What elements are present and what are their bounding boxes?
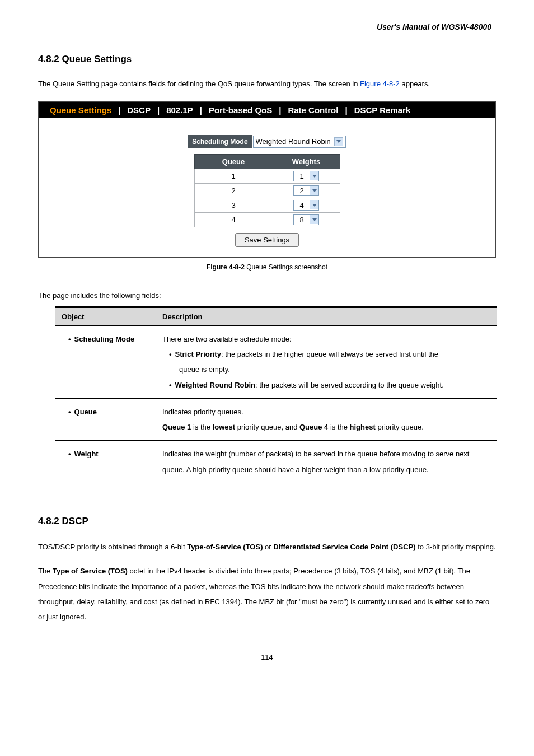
tab-separator: |: [117, 105, 121, 115]
tab-separator: |: [278, 105, 282, 115]
figure-caption: Figure 4-8-2 Queue Settings screenshot: [38, 263, 496, 271]
object-label: Queue: [74, 408, 97, 416]
object-label: Weight: [74, 450, 99, 458]
tab-dscp-remark[interactable]: DSCP Remark: [349, 104, 416, 116]
queue-header: Queue: [194, 154, 273, 169]
object-label: Scheduling Mode: [74, 335, 135, 343]
weights-header: Weights: [273, 154, 340, 169]
chevron-down-icon: [310, 171, 318, 180]
scheduling-mode-select[interactable]: Weighted Round Robin: [253, 136, 346, 148]
weight-select[interactable]: 1: [293, 171, 319, 181]
queue-cell: 4: [194, 212, 273, 227]
table-row: Scheduling Mode There are two available …: [55, 325, 497, 398]
save-settings-button[interactable]: Save Settings: [235, 233, 299, 247]
scheduling-mode-value: Weighted Round Robin: [256, 137, 331, 146]
queue-cell: 1: [194, 169, 273, 183]
table-row: Weight Indicates the weight (number of p…: [55, 441, 497, 484]
dscp-para1: TOS/DSCP priority is obtained through a …: [38, 539, 496, 554]
description-header: Description: [156, 307, 497, 325]
description-cell: Indicates priority queues. Queue 1 is th…: [156, 398, 497, 441]
tab-queue-settings[interactable]: Queue Settings: [44, 104, 117, 116]
chevron-down-icon: [334, 137, 343, 146]
weight-select[interactable]: 8: [293, 214, 319, 225]
section-title: Queue Settings: [62, 54, 132, 64]
chevron-down-icon: [310, 186, 318, 195]
table-row: 1 1: [194, 169, 340, 183]
manual-title: User's Manual of WGSW-48000: [38, 22, 496, 31]
figure-link: Figure 4-8-2: [360, 80, 400, 88]
weight-value: 4: [294, 200, 310, 210]
table-row: 3 4: [194, 198, 340, 212]
chevron-down-icon: [310, 215, 318, 224]
dscp-para2: The Type of Service (TOS) octet in the I…: [38, 563, 496, 624]
tab-bar: Queue Settings | DSCP | 802.1P | Port-ba…: [39, 102, 495, 118]
tab-dscp[interactable]: DSCP: [121, 104, 156, 116]
tab-8021p[interactable]: 802.1P: [161, 104, 199, 116]
page-number: 114: [38, 653, 496, 661]
queue-settings-screenshot: Queue Settings | DSCP | 802.1P | Port-ba…: [38, 101, 496, 258]
section-number: 4.8.2: [38, 54, 59, 64]
section-number: 4.8.2: [38, 516, 59, 526]
weight-value: 2: [294, 186, 310, 195]
description-cell: There are two available schedule mode: S…: [156, 325, 497, 398]
table-row: 4 8: [194, 212, 340, 227]
weight-value: 8: [294, 215, 310, 225]
chevron-down-icon: [310, 200, 318, 209]
scheduling-mode-label: Scheduling Mode: [188, 135, 251, 148]
weight-value: 1: [294, 171, 310, 181]
tab-port-qos[interactable]: Port-based QoS: [203, 104, 278, 116]
weight-select[interactable]: 4: [293, 200, 319, 211]
description-cell: Indicates the weight (number of packets)…: [156, 441, 497, 484]
intro-paragraph: The Queue Setting page contains fields f…: [38, 77, 496, 91]
section-title: DSCP: [62, 516, 88, 526]
queue-weights-table: Queue Weights 1 1 2 2 3 4 4 8: [194, 154, 340, 227]
fields-intro: The page includes the following fields:: [38, 291, 496, 300]
queue-cell: 2: [194, 183, 273, 198]
tab-separator: |: [156, 105, 161, 115]
description-table: Object Description Scheduling Mode There…: [55, 306, 497, 484]
queue-cell: 3: [194, 198, 273, 212]
tab-separator: |: [344, 105, 348, 115]
table-row: Queue Indicates priority queues. Queue 1…: [55, 398, 497, 441]
tab-rate-control[interactable]: Rate Control: [282, 104, 344, 116]
weight-select[interactable]: 2: [293, 185, 319, 196]
object-header: Object: [55, 307, 156, 325]
tab-separator: |: [199, 105, 203, 115]
section-heading-dscp: 4.8.2 DSCP: [38, 516, 496, 527]
table-row: 2 2: [194, 183, 340, 198]
section-heading-queue-settings: 4.8.2 Queue Settings: [38, 54, 496, 65]
